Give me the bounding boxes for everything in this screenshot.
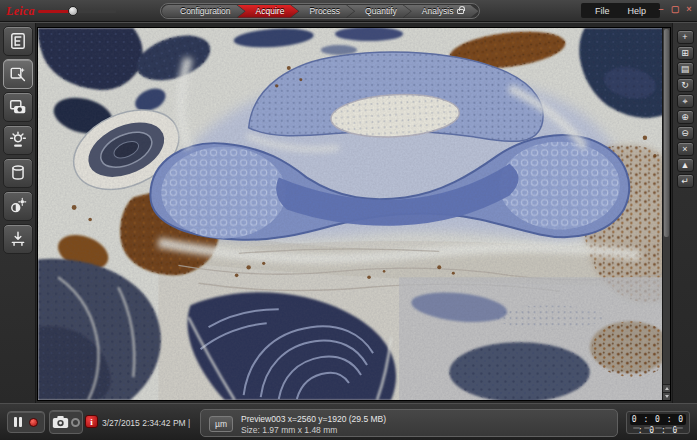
zoom-in-button[interactable]: ⊕: [677, 110, 694, 124]
add-button[interactable]: +: [677, 30, 694, 44]
tab-label: Analysis: [422, 6, 454, 16]
application-window: Leica Main Configuration Acquire Process…: [0, 0, 697, 440]
unit-button[interactable]: µm: [209, 416, 233, 432]
scrollbar-thumb[interactable]: [664, 29, 669, 237]
close-view-button[interactable]: ×: [677, 142, 694, 156]
close-button[interactable]: ×: [684, 3, 694, 16]
right-toolbar: + ⊞ ▤ ↻ ⌖ ⊕ ⊖ × ▲ ↵: [672, 23, 697, 403]
capture-mode-toggle[interactable]: [71, 418, 80, 427]
stage-position-button[interactable]: [3, 224, 33, 254]
light-bulb-icon: [9, 131, 27, 149]
size-info-label: Size: 1.97 mm x 1.48 mm: [241, 425, 337, 435]
canvas-vertical-scrollbar[interactable]: [662, 28, 670, 400]
camera-frames-icon: [9, 98, 27, 116]
intensity-slider[interactable]: [38, 10, 116, 13]
preview-info-label: Preview003 x=2560 y=1920 (29.5 MB): [241, 414, 386, 424]
image-adjust-wizard-button[interactable]: [3, 59, 33, 89]
pause-button[interactable]: [14, 417, 22, 427]
maximize-button[interactable]: ▢: [670, 3, 680, 16]
workflow-tabstrip: Configuration Acquire Process Quantify A…: [160, 3, 480, 19]
arrow-up-icon: [665, 387, 669, 390]
camera-icon[interactable]: [52, 415, 69, 429]
tab-configuration[interactable]: Configuration: [162, 5, 245, 18]
image-canvas[interactable]: [37, 27, 671, 401]
arrow-down-icon: [665, 395, 669, 398]
tab-label: Process: [309, 6, 340, 16]
tab-analysis[interactable]: Analysis: [404, 5, 479, 18]
record-button[interactable]: [29, 418, 38, 427]
experiment-tree-button[interactable]: [3, 26, 33, 56]
tab-label: Configuration: [180, 6, 231, 16]
tab-quantify[interactable]: Quantify: [347, 5, 411, 18]
capture-group: [49, 410, 83, 434]
window-controls: – ▢ ×: [656, 3, 694, 16]
tile-overlay-button[interactable]: ⊞: [677, 46, 694, 60]
menu-help[interactable]: Help: [627, 6, 646, 16]
pan-button[interactable]: ⌖: [677, 94, 694, 108]
tab-label: Quantify: [365, 6, 397, 16]
main-area: + ⊞ ▤ ↻ ⌖ ⊕ ⊖ × ▲ ↵: [0, 22, 697, 403]
leica-logo: Leica: [6, 4, 35, 19]
timestamp-label: 3/27/2015 2:34:42 PM |: [102, 418, 190, 428]
statusbar: i 3/27/2015 2:34:42 PM | µm Preview003 x…: [0, 403, 697, 440]
reset-view-button[interactable]: ↵: [677, 174, 694, 188]
sun-contrast-icon: [9, 197, 27, 215]
menu-file[interactable]: File: [595, 6, 610, 16]
tab-label: Acquire: [256, 6, 285, 16]
slider-knob[interactable]: [68, 6, 78, 16]
transport-group: [7, 411, 45, 433]
image-status-panel: µm Preview003 x=2560 y=1920 (29.5 MB) Si…: [200, 409, 618, 437]
experiment-tree-icon: [9, 32, 27, 50]
white-balance-button[interactable]: [3, 191, 33, 221]
illumination-button[interactable]: [3, 125, 33, 155]
tab-process[interactable]: Process: [291, 5, 354, 18]
info-icon[interactable]: i: [85, 415, 98, 428]
scroll-down-button[interactable]: [663, 392, 671, 400]
counter-panel: 0 : 0 : 0 : 0 : 0: [626, 411, 690, 434]
scroll-up-button[interactable]: [663, 384, 671, 392]
camera-capture-button[interactable]: [3, 92, 33, 122]
menubar: File Help: [581, 3, 660, 18]
rotate-button[interactable]: ↻: [677, 78, 694, 92]
titlebar: Leica Main Configuration Acquire Process…: [0, 0, 697, 22]
lock-icon: [457, 9, 464, 14]
gallery-view-button[interactable]: ▤: [677, 62, 694, 76]
load-stage-icon: [9, 230, 27, 248]
counter-display: 0 : 0 : 0 : 0 : 0: [630, 414, 686, 425]
minimize-button[interactable]: –: [656, 3, 666, 16]
image-wand-icon: [9, 65, 27, 83]
tab-acquire[interactable]: Acquire: [238, 5, 299, 18]
annotation-button[interactable]: ▲: [677, 158, 694, 172]
left-toolbar: [0, 23, 36, 403]
cylinder-icon: [9, 164, 27, 182]
histology-image: [38, 28, 670, 400]
objective-button[interactable]: [3, 158, 33, 188]
zoom-out-button[interactable]: ⊖: [677, 126, 694, 140]
